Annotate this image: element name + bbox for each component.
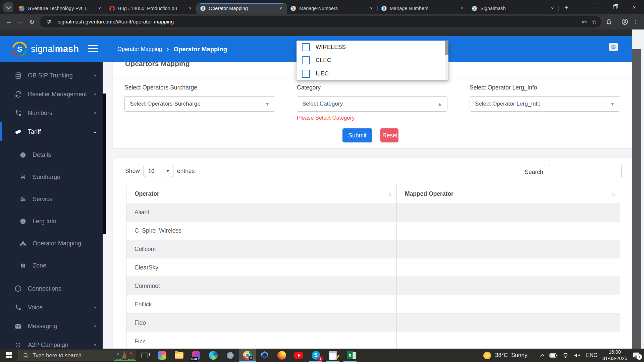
reload-button[interactable]: ↻ <box>26 16 38 27</box>
checkbox-unchecked-icon[interactable] <box>302 56 310 64</box>
battery-icon[interactable] <box>549 353 557 358</box>
sidebar-item-zone[interactable]: Zone <box>0 254 103 277</box>
bookmark-star-icon[interactable]: ☆ <box>589 17 599 27</box>
taskbar-app-copilot[interactable] <box>153 349 170 362</box>
table-row[interactable]: Aliant <box>126 203 620 221</box>
taskbar-app-skype[interactable]: S 1 <box>307 349 324 362</box>
sort-icon[interactable]: ↑↓ <box>611 191 614 197</box>
sidebar-item-details[interactable]: Details <box>0 144 103 166</box>
user-avatar[interactable] <box>609 43 618 51</box>
close-icon[interactable]: × <box>97 5 103 11</box>
reset-button[interactable]: Reset <box>380 128 398 142</box>
table-row[interactable]: Commnet <box>126 277 620 295</box>
submit-button[interactable]: Submit <box>342 128 372 142</box>
breadcrumb-parent[interactable]: Operator Mapping <box>117 46 162 52</box>
page-size-select[interactable]: 10 ▼ <box>144 165 173 177</box>
taskbar-app-task-view[interactable] <box>136 349 153 362</box>
close-icon[interactable]: × <box>187 5 193 11</box>
extensions-puzzle-icon[interactable] <box>604 17 614 27</box>
sidebar-scrollbar[interactable] <box>103 94 106 234</box>
sidebar-item-surcharge[interactable]: Surcharge <box>0 166 103 188</box>
dropdown-scrollbar-thumb[interactable] <box>445 41 448 55</box>
taskbar-app-edge[interactable] <box>205 349 222 362</box>
column-header-mapped-operator[interactable]: Mapped Operator ↑↓ <box>397 185 620 203</box>
weather-widget[interactable]: 38°C Sunny <box>495 352 527 359</box>
hamburger-menu-icon[interactable] <box>88 45 98 52</box>
address-bar[interactable]: signalmash.gventure.info/#/tariff/operat… <box>40 16 601 27</box>
chevron-up-icon[interactable] <box>540 354 545 357</box>
tab-operator-mapping[interactable]: S Operator Mapping × <box>197 3 287 14</box>
language-indicator[interactable]: ENG <box>586 352 598 358</box>
table-row[interactable]: Cellcom <box>126 240 620 258</box>
sidebar-item-ob-sip-trunking[interactable]: OB SIP Trunking ▾ <box>0 66 103 85</box>
table-row[interactable]: Enflick <box>126 295 620 313</box>
sidebar-item-messaging[interactable]: Messaging ▾ <box>0 317 103 336</box>
tab-manage-numbers-2[interactable]: S Manage Numbers × <box>378 3 468 14</box>
taskbar-app-firefox[interactable] <box>273 349 290 362</box>
maximize-button[interactable] <box>605 0 625 14</box>
page-scrollbar-thumb[interactable] <box>632 49 641 349</box>
checkbox-unchecked-icon[interactable] <box>302 70 310 78</box>
taskbar-app-excel[interactable]: X <box>341 349 359 362</box>
clock[interactable]: 16:00 31-03-2025 <box>602 349 627 362</box>
profile-avatar-icon[interactable] <box>620 17 630 27</box>
search-doodle-eiffel-tower[interactable] <box>114 350 136 361</box>
minimize-button[interactable] <box>586 0 605 14</box>
sidebar-item-operator-mapping[interactable]: Operator Mapping <box>0 232 103 254</box>
taskbar-search-box[interactable]: Type here to search <box>18 350 136 361</box>
signalmash-logo[interactable]: S signalmash <box>12 42 79 57</box>
surcharge-select[interactable]: Select Operators Surcharge ▼ <box>124 96 275 112</box>
close-icon[interactable]: × <box>278 5 284 11</box>
taskbar-app-hexagon[interactable] <box>256 349 273 362</box>
dropdown-option-wireless[interactable]: WIRELESS <box>297 41 448 54</box>
tab-gventure[interactable]: GVenture Technology Pvt. L × <box>15 3 106 14</box>
taskbar-app-file-explorer[interactable] <box>170 349 187 362</box>
back-button[interactable]: ← <box>3 16 15 27</box>
tab-bug[interactable]: Bug #14050: Production bu × <box>106 3 197 14</box>
taskbar-app-chrome[interactable] <box>239 349 256 362</box>
dropdown-option-ilec[interactable]: ILEC <box>297 67 448 80</box>
table-row[interactable]: C_Spire_Wireless <box>126 221 620 240</box>
new-tab-button[interactable]: + <box>561 3 572 13</box>
dropdown-scrollbar[interactable] <box>445 41 448 80</box>
start-button[interactable] <box>0 349 18 362</box>
sidebar-item-connections[interactable]: Connections <box>0 279 103 298</box>
table-row[interactable]: Fido <box>126 313 620 332</box>
menu-dots-icon[interactable]: ⋮ <box>631 17 641 27</box>
notification-center-button[interactable]: 1 <box>633 352 640 359</box>
sidebar-item-tariff[interactable]: Tariff ▴ <box>0 122 103 141</box>
taskbar-app-photos[interactable] <box>222 349 239 362</box>
tab-signalmash[interactable]: S Signalmash × <box>468 3 559 14</box>
sidebar-item-service[interactable]: Service <box>0 188 103 210</box>
dropdown-option-clec[interactable]: CLEC <box>297 54 448 67</box>
search-input[interactable] <box>549 165 622 177</box>
tab-search-button[interactable] <box>3 2 13 12</box>
close-icon[interactable]: × <box>459 5 465 11</box>
taskbar-app-youtube[interactable] <box>290 349 307 362</box>
sidebar-item-numbers[interactable]: Numbers ▾ <box>0 104 103 122</box>
password-key-icon[interactable] <box>579 17 589 27</box>
close-icon[interactable]: × <box>368 5 374 11</box>
sidebar-item-lerg-info[interactable]: Lerg Info <box>0 210 103 232</box>
sidebar-item-voice[interactable]: Voice ▾ <box>0 298 103 317</box>
sort-icon[interactable]: ↑↓ <box>388 191 391 197</box>
weather-sun-icon[interactable] <box>483 352 491 359</box>
wifi-icon[interactable] <box>562 353 569 358</box>
speaker-icon[interactable] <box>574 353 580 358</box>
site-info-icon[interactable] <box>44 17 54 27</box>
url-text[interactable]: signalmash.gventure.info/#/tariff/operat… <box>58 19 579 25</box>
close-window-button[interactable]: × <box>625 0 644 14</box>
lerg-select[interactable]: Select Operator Lerg_Info ▼ <box>470 96 620 112</box>
taskbar-app-m365[interactable]: M365 <box>187 349 205 362</box>
sidebar-item-reseller-management[interactable]: Reseller Management ▾ <box>0 85 103 104</box>
sidebar-item-a2p-campaign[interactable]: A2P Campaign ▾ <box>0 336 103 349</box>
taskbar-app-notepad[interactable] <box>324 349 341 362</box>
table-row[interactable]: ClearSky <box>126 258 620 277</box>
table-row[interactable]: Fizz <box>126 332 620 349</box>
page-scrollbar[interactable] <box>632 29 644 349</box>
category-select[interactable]: Select Category ▲ <box>297 96 447 112</box>
tab-manage-numbers-1[interactable]: S Manage Numbers × <box>287 3 378 14</box>
column-header-operator[interactable]: Operator ↑↓ <box>126 185 397 203</box>
forward-button[interactable]: → <box>15 16 26 27</box>
checkbox-unchecked-icon[interactable] <box>302 43 310 51</box>
